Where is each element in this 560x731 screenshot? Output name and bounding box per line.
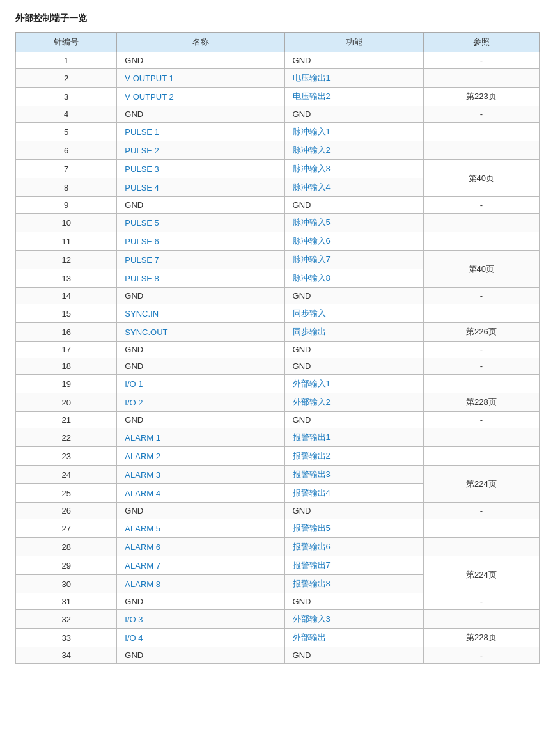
cell-pin: 31 xyxy=(16,593,117,610)
cell-func: 报警输出6 xyxy=(284,538,423,556)
cell-func: GND xyxy=(284,503,423,519)
cell-func: 外部输出 xyxy=(284,629,423,647)
cell-name: I/O 1 xyxy=(117,375,284,393)
cell-name: PULSE 2 xyxy=(117,141,284,160)
cell-func: 外部输入2 xyxy=(284,393,423,412)
cell-pin: 4 xyxy=(16,106,117,123)
table-row: 20I/O 2外部输入2第228页 xyxy=(16,393,540,412)
cell-func: 脉冲输入4 xyxy=(284,178,423,197)
cell-pin: 30 xyxy=(16,575,117,593)
cell-pin: 21 xyxy=(16,412,117,428)
cell-ref xyxy=(423,447,539,466)
cell-func: 脉冲输入2 xyxy=(284,141,423,160)
table-row: 31GNDGND- xyxy=(16,593,540,610)
table-row: 7PULSE 3脉冲输入3第40页 xyxy=(16,160,540,178)
cell-ref xyxy=(423,69,539,88)
cell-ref: 第226页 xyxy=(423,323,539,342)
cell-ref: 第223页 xyxy=(423,88,539,106)
table-row: 26GNDGND- xyxy=(16,503,540,519)
cell-pin: 26 xyxy=(16,503,117,519)
cell-pin: 15 xyxy=(16,304,117,323)
cell-pin: 34 xyxy=(16,647,117,664)
cell-name: GND xyxy=(117,412,284,428)
cell-func: GND xyxy=(284,106,423,123)
terminal-table: 针编号 名称 功能 参照 1GNDGND-2V OUTPUT 1电压输出13V … xyxy=(15,32,540,664)
cell-func: 脉冲输入8 xyxy=(284,269,423,288)
table-row: 2V OUTPUT 1电压输出1 xyxy=(16,69,540,88)
cell-func: 报警输出4 xyxy=(284,484,423,503)
cell-name: ALARM 7 xyxy=(117,556,284,575)
cell-func: 脉冲输入5 xyxy=(284,214,423,232)
cell-name: SYNC.IN xyxy=(117,304,284,323)
cell-name: V OUTPUT 1 xyxy=(117,69,284,88)
cell-pin: 29 xyxy=(16,556,117,575)
cell-name: SYNC.OUT xyxy=(117,323,284,342)
cell-ref xyxy=(423,538,539,556)
table-row: 14GNDGND- xyxy=(16,288,540,304)
cell-pin: 5 xyxy=(16,123,117,141)
table-row: 28ALARM 6报警输出6 xyxy=(16,538,540,556)
cell-ref: 第224页 xyxy=(423,466,539,503)
cell-func: 外部输入3 xyxy=(284,610,423,629)
table-row: 21GNDGND- xyxy=(16,412,540,428)
table-row: 33I/O 4外部输出第228页 xyxy=(16,629,540,647)
cell-name: PULSE 3 xyxy=(117,160,284,178)
cell-func: 同步输出 xyxy=(284,323,423,342)
cell-name: GND xyxy=(117,358,284,375)
cell-pin: 22 xyxy=(16,428,117,447)
cell-pin: 32 xyxy=(16,610,117,629)
cell-ref: 第40页 xyxy=(423,251,539,288)
cell-func: GND xyxy=(284,647,423,664)
cell-pin: 14 xyxy=(16,288,117,304)
table-row: 23ALARM 2报警输出2 xyxy=(16,447,540,466)
cell-name: ALARM 8 xyxy=(117,575,284,593)
cell-ref: 第228页 xyxy=(423,629,539,647)
cell-name: V OUTPUT 2 xyxy=(117,88,284,106)
cell-func: GND xyxy=(284,288,423,304)
cell-func: 报警输出5 xyxy=(284,519,423,538)
cell-ref xyxy=(423,428,539,447)
table-row: 19I/O 1外部输入1 xyxy=(16,375,540,393)
cell-ref: - xyxy=(423,503,539,519)
cell-ref xyxy=(423,519,539,538)
table-row: 17GNDGND- xyxy=(16,342,540,358)
cell-ref xyxy=(423,232,539,251)
cell-ref: 第40页 xyxy=(423,160,539,197)
page-title: 外部控制端子一览 xyxy=(15,13,545,24)
cell-pin: 16 xyxy=(16,323,117,342)
table-row: 10PULSE 5脉冲输入5 xyxy=(16,214,540,232)
cell-func: 报警输出7 xyxy=(284,556,423,575)
table-row: 5PULSE 1脉冲输入1 xyxy=(16,123,540,141)
cell-ref xyxy=(423,375,539,393)
cell-ref xyxy=(423,141,539,160)
cell-func: GND xyxy=(284,52,423,69)
cell-ref: 第228页 xyxy=(423,393,539,412)
cell-pin: 11 xyxy=(16,232,117,251)
cell-name: GND xyxy=(117,503,284,519)
col-header-ref: 参照 xyxy=(423,33,539,52)
cell-name: I/O 2 xyxy=(117,393,284,412)
cell-ref: - xyxy=(423,288,539,304)
cell-ref xyxy=(423,123,539,141)
cell-ref xyxy=(423,610,539,629)
cell-pin: 24 xyxy=(16,466,117,484)
cell-func: 脉冲输入1 xyxy=(284,123,423,141)
cell-pin: 33 xyxy=(16,629,117,647)
col-header-pin: 针编号 xyxy=(16,33,117,52)
cell-ref: - xyxy=(423,197,539,214)
cell-ref: - xyxy=(423,52,539,69)
cell-name: I/O 3 xyxy=(117,610,284,629)
table-row: 24ALARM 3报警输出3第224页 xyxy=(16,466,540,484)
table-row: 1GNDGND- xyxy=(16,52,540,69)
cell-pin: 3 xyxy=(16,88,117,106)
cell-name: GND xyxy=(117,593,284,610)
table-row: 16SYNC.OUT同步输出第226页 xyxy=(16,323,540,342)
cell-func: GND xyxy=(284,197,423,214)
col-header-name: 名称 xyxy=(117,33,284,52)
cell-name: GND xyxy=(117,288,284,304)
cell-func: GND xyxy=(284,358,423,375)
cell-pin: 23 xyxy=(16,447,117,466)
cell-func: 脉冲输入7 xyxy=(284,251,423,269)
cell-name: ALARM 6 xyxy=(117,538,284,556)
table-row: 32I/O 3外部输入3 xyxy=(16,610,540,629)
